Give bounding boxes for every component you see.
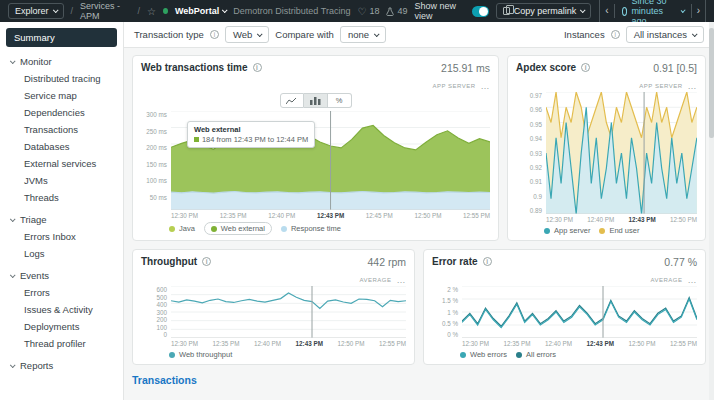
chevron-down-icon (10, 272, 16, 278)
sidebar-item[interactable]: Service map (0, 87, 123, 104)
apdex-chart[interactable] (546, 92, 697, 214)
legend-item[interactable]: Response time (281, 224, 341, 233)
info-icon[interactable] (253, 63, 262, 72)
sidebar-item[interactable]: Threads (0, 189, 123, 206)
y-tick-label: 0 (163, 331, 167, 338)
breadcrumb-services[interactable]: Services - APM (80, 1, 131, 21)
chart-plot-area: 6005004003002001000 (141, 286, 406, 338)
metric-sub-label: AVERAGE (359, 277, 391, 283)
card-menu-button[interactable]: … (688, 82, 698, 91)
x-tick-label: 12:50 PM (628, 340, 655, 347)
web-transactions-chart[interactable]: Web external 184 from 12:43 PM to 12:44 … (171, 111, 490, 210)
experiments-count[interactable]: 49 (386, 6, 407, 16)
heart-icon: ♡ (357, 6, 366, 17)
x-tick-label: 12:35 PM (504, 340, 531, 347)
card-menu-button[interactable]: … (688, 276, 698, 285)
sidebar-item[interactable]: JVMs (0, 172, 123, 189)
legend-item[interactable]: Web external (204, 222, 272, 235)
transactions-section-title[interactable]: Transactions (132, 374, 706, 386)
legend-item[interactable]: Web errors (460, 350, 507, 359)
info-icon[interactable] (210, 30, 219, 39)
time-forward-button[interactable]: › (691, 4, 705, 18)
sidebar-item[interactable]: External services (0, 155, 123, 172)
sidebar-item[interactable]: Errors (0, 284, 123, 301)
info-icon[interactable] (581, 63, 590, 72)
y-tick-label: 0 % (447, 331, 458, 338)
scrollbar-thumb[interactable] (709, 28, 714, 138)
instances-select[interactable]: All instances (626, 26, 704, 43)
sidebar-item[interactable]: Databases (0, 138, 123, 155)
error-rate-card: Error rate 0.77 % AVERAGE … (423, 249, 706, 365)
scrollbar[interactable] (709, 22, 714, 400)
y-tick-label: 300 (156, 309, 167, 316)
charts-row-1: Web transactions time 215.91 ms APP SERV… (132, 55, 706, 241)
percent-toggle-button[interactable]: % (328, 93, 352, 108)
explorer-menu-button[interactable]: Explorer (8, 3, 64, 19)
chart-type-toggle: % (141, 93, 490, 108)
error-rate-chart[interactable] (462, 286, 697, 338)
sidebar-section-reports[interactable]: Reports (0, 355, 123, 374)
copy-permalink-button[interactable]: Copy permalink (496, 3, 592, 19)
show-new-view-label: Show new view (414, 1, 465, 21)
sidebar-section-triage[interactable]: Triage (0, 209, 123, 228)
info-icon[interactable] (611, 30, 620, 39)
throughput-chart[interactable] (171, 286, 406, 338)
card-menu-button[interactable]: … (481, 82, 491, 91)
line-chart-toggle-button[interactable] (280, 93, 304, 108)
legend-dot (516, 352, 522, 358)
chart-legend: Web errors All errors (460, 350, 697, 359)
y-tick-label: 100 (156, 324, 167, 331)
legend-item[interactable]: Web throughput (169, 350, 232, 359)
bar-chart-toggle-button[interactable] (304, 93, 328, 108)
time-back-button[interactable]: ‹ (600, 4, 614, 18)
legend-item[interactable]: End user (599, 226, 639, 235)
legend-label: End user (609, 226, 639, 235)
chart-tooltip: Web external 184 from 12:43 PM to 12:44 … (187, 121, 315, 148)
x-tick-label: 12:55 PM (379, 340, 406, 347)
legend-dot (211, 226, 217, 232)
filter-bar: Transaction type Web Compare with none I… (124, 22, 714, 48)
card-header: Apdex score 0.91 [0.5] APP SERVER … (516, 62, 697, 92)
instances-value: All instances (634, 29, 687, 40)
favorite-star-icon[interactable]: ☆ (147, 6, 156, 17)
metric-value: 442 rpm (359, 256, 406, 268)
app-selector[interactable]: WebPortal (175, 6, 226, 16)
section-label: Monitor (20, 56, 52, 67)
card-title: Throughput (141, 256, 211, 267)
sidebar-item[interactable]: Issues & Activity (0, 301, 123, 318)
info-icon[interactable] (483, 257, 492, 266)
info-icon[interactable] (202, 257, 211, 266)
favorites-count[interactable]: ♡ 18 (357, 6, 379, 17)
metric-sub-label: APP SERVER (639, 83, 682, 89)
legend-dot (281, 226, 287, 232)
legend-item[interactable]: All errors (516, 350, 556, 359)
sidebar-item-summary[interactable]: Summary (6, 28, 117, 47)
sidebar-item[interactable]: Distributed tracing (0, 70, 123, 87)
chevron-down-icon (222, 7, 228, 13)
sidebar-item[interactable]: Logs (0, 245, 123, 262)
sidebar-item[interactable]: Dependencies (0, 104, 123, 121)
series-color-chip (194, 137, 199, 142)
sidebar-item[interactable]: Transactions (0, 121, 123, 138)
legend-item[interactable]: App server (544, 226, 590, 235)
sidebar-item[interactable]: Errors Inbox (0, 228, 123, 245)
chart-legend: App server End user (544, 226, 697, 235)
flask-count-value: 49 (397, 6, 407, 16)
sidebar-item[interactable]: Thread profiler (0, 335, 123, 352)
x-tick-label: 12:43 PM (628, 216, 655, 223)
card-menu-button[interactable]: … (397, 276, 407, 285)
y-tick-label: 0.89 (530, 207, 542, 214)
legend-item[interactable]: Java (169, 224, 195, 233)
sidebar-section-monitor[interactable]: Monitor (0, 51, 123, 70)
show-new-view-toggle[interactable] (472, 6, 488, 17)
transaction-type-value: Web (233, 29, 252, 40)
sidebar-item[interactable]: Deployments (0, 318, 123, 335)
y-tick-label: 1.5 % (442, 297, 458, 304)
transaction-type-select[interactable]: Web (225, 26, 269, 43)
breadcrumb-separator: / (138, 6, 141, 16)
sidebar-section-events[interactable]: Events (0, 265, 123, 284)
compare-with-select[interactable]: none (340, 26, 386, 43)
metric-value: 0.91 [0.5] (639, 62, 697, 74)
x-tick-label: 12:35 PM (213, 340, 240, 347)
throughput-card: Throughput 442 rpm AVERAGE … (132, 249, 415, 365)
